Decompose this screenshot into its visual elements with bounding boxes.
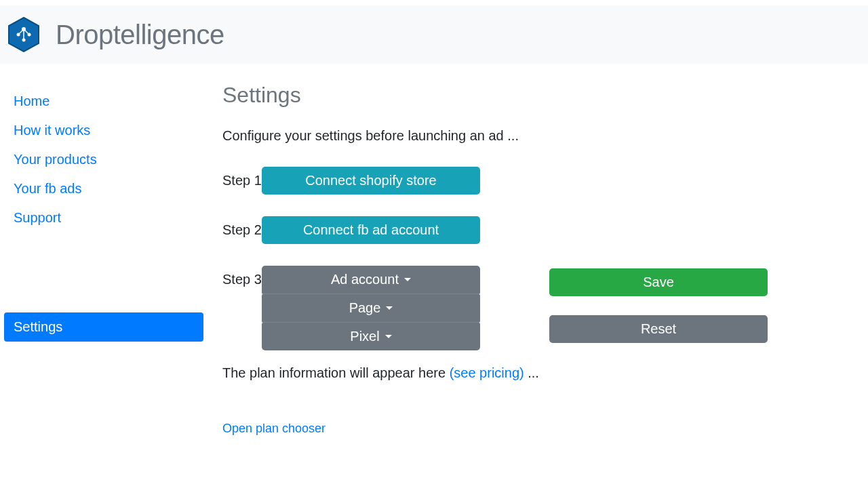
nav-spacer xyxy=(4,232,203,312)
step-1-row: Step 1 Connect shopify store xyxy=(222,167,854,195)
page-title: Settings xyxy=(222,83,854,108)
pixel-dropdown[interactable]: Pixel xyxy=(262,323,480,350)
sidebar-item-support[interactable]: Support xyxy=(4,203,203,232)
chevron-down-icon xyxy=(385,335,392,338)
brand-block: Droptelligence xyxy=(8,17,224,52)
chevron-down-icon xyxy=(404,278,411,281)
sidebar: Home How it works Your products Your fb … xyxy=(0,83,208,436)
step-2-row: Step 2 Connect fb ad account xyxy=(222,216,854,244)
open-plan-chooser-link[interactable]: Open plan chooser xyxy=(222,422,854,436)
step-3-label: Step 3 xyxy=(222,266,262,287)
topbar: Droptelligence xyxy=(0,0,868,64)
ad-account-dropdown-label: Ad account xyxy=(331,272,399,287)
connect-shopify-button[interactable]: Connect shopify store xyxy=(262,167,480,195)
sidebar-item-your-products[interactable]: Your products xyxy=(4,145,203,174)
topbar-right-spacer xyxy=(600,11,868,64)
step-2-label: Step 2 xyxy=(222,216,262,238)
reset-button[interactable]: Reset xyxy=(549,315,768,343)
logo-icon xyxy=(8,17,39,52)
plan-text-pre: The plan information will appear here xyxy=(222,365,450,380)
step-3-actions: Save Reset xyxy=(549,266,768,343)
sidebar-item-how-it-works[interactable]: How it works xyxy=(4,116,203,145)
save-button[interactable]: Save xyxy=(549,268,768,296)
ad-account-dropdown[interactable]: Ad account xyxy=(262,266,480,294)
sidebar-item-your-fb-ads[interactable]: Your fb ads xyxy=(4,174,203,203)
brand-name: Droptelligence xyxy=(56,20,224,50)
sidebar-item-settings[interactable]: Settings xyxy=(4,312,203,342)
step-3-row: Step 3 Ad account Page Pixel xyxy=(222,266,854,350)
chevron-down-icon xyxy=(386,306,393,310)
main: Settings Configure your settings before … xyxy=(208,83,868,436)
sidebar-item-home[interactable]: Home xyxy=(4,87,203,116)
step-1-label: Step 1 xyxy=(222,167,262,188)
page-dropdown-label: Page xyxy=(349,300,381,316)
pixel-dropdown-label: Pixel xyxy=(350,329,379,344)
connect-fb-button[interactable]: Connect fb ad account xyxy=(262,216,480,244)
step-3-dropdown-stack: Ad account Page Pixel xyxy=(262,266,480,350)
plan-text-post: ... xyxy=(524,365,539,380)
see-pricing-link[interactable]: (see pricing) xyxy=(450,365,524,380)
page-subtitle: Configure your settings before launching… xyxy=(222,128,854,144)
plan-info-line: The plan information will appear here (s… xyxy=(222,365,854,381)
page-dropdown[interactable]: Page xyxy=(262,294,480,323)
